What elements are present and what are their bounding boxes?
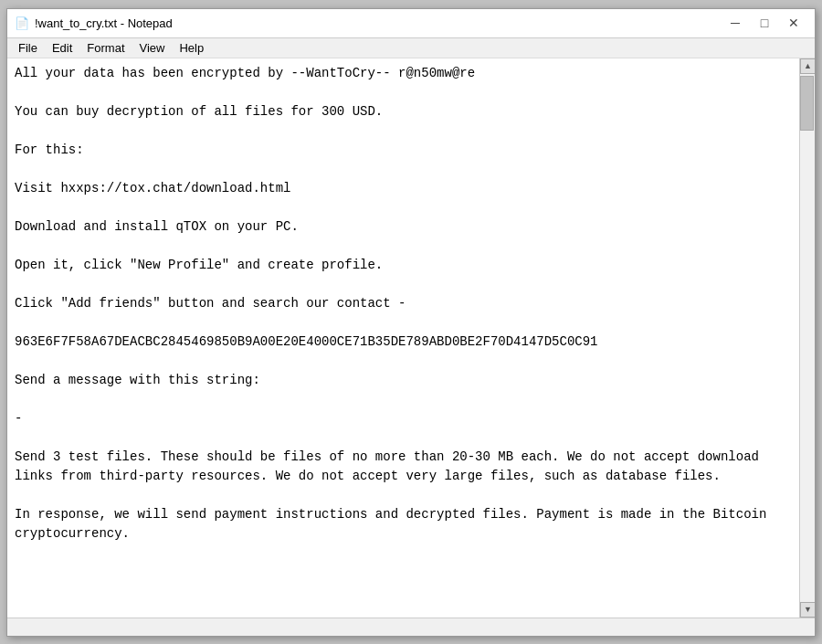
minimize-button[interactable]: ─ [722, 13, 749, 33]
maximize-button[interactable]: □ [751, 13, 778, 33]
window-title: !want_to_cry.txt - Notepad [35, 16, 173, 30]
menu-bar: File Edit Format View Help [7, 38, 815, 58]
title-bar-left: 📄 !want_to_cry.txt - Notepad [15, 16, 173, 30]
notepad-icon: 📄 [15, 16, 29, 30]
scrollbar-thumb[interactable] [800, 76, 814, 131]
title-bar: 📄 !want_to_cry.txt - Notepad ─ □ ✕ [7, 9, 815, 38]
content-area: All your data has been encrypted by --Wa… [7, 58, 815, 618]
scroll-down-button[interactable]: ▼ [800, 602, 815, 618]
scroll-up-button[interactable]: ▲ [800, 58, 815, 74]
text-editor[interactable]: All your data has been encrypted by --Wa… [7, 58, 799, 618]
title-bar-controls: ─ □ ✕ [722, 13, 807, 33]
vertical-scrollbar[interactable]: ▲ ▼ [799, 58, 815, 618]
status-bar [7, 618, 815, 636]
close-button[interactable]: ✕ [780, 13, 807, 33]
notepad-window: 📄 !want_to_cry.txt - Notepad ─ □ ✕ File … [6, 8, 816, 637]
menu-format[interactable]: Format [79, 38, 132, 58]
menu-view[interactable]: View [132, 38, 173, 58]
menu-file[interactable]: File [11, 38, 45, 58]
scrollbar-track[interactable] [800, 74, 815, 602]
menu-help[interactable]: Help [172, 38, 211, 58]
menu-edit[interactable]: Edit [45, 38, 79, 58]
